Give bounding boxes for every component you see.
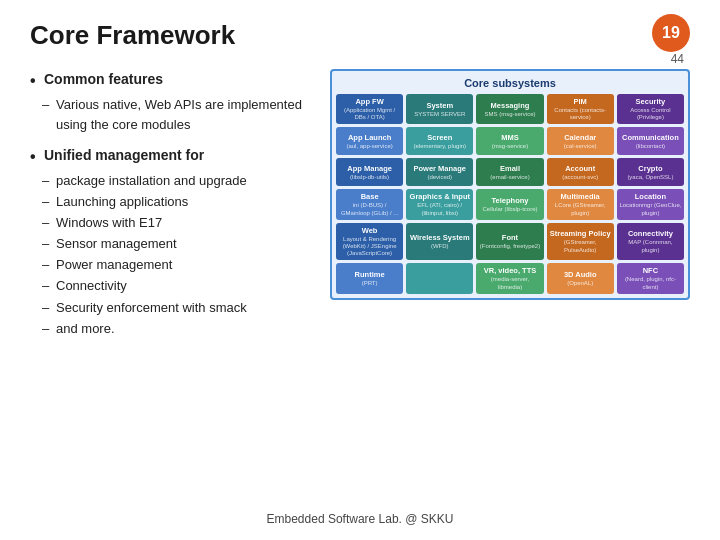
cell-sublabel: (PRT) [362,280,378,287]
cell-label: Base [361,192,379,201]
slide-number: 19 [662,24,680,42]
diagram-cell: Graphics & InputEFL (ATI, cairo) / (libi… [406,189,473,219]
cell-sublabel: (email-service) [490,174,529,181]
diagram-cell: 3D Audio(OpenAL) [547,263,614,293]
diagram-cell: Communication(libcontact) [617,127,684,155]
diagram-cell: App Manage(libslp-db-utils) [336,158,403,186]
bullet2-item: Sensor management [42,234,310,254]
cell-label: App FW [355,97,383,106]
diagram-cell: SystemSYSTEM SERVER [406,94,473,124]
cell-sublabel: (WFD) [431,243,449,250]
slide-number-badge: 19 [652,14,690,52]
cell-sublabel: (elementary, plugin) [413,143,466,150]
cell-sublabel: (OpenAL) [567,280,593,287]
bullet2-item: Windows with E17 [42,213,310,233]
cell-sublabel: (libcontact) [636,143,665,150]
footer-text: Embedded Software Lab. @ SKKU [267,512,454,526]
diagram-cell: Runtime(PRT) [336,263,403,293]
bullet2-item: and more. [42,319,310,339]
footer: Embedded Software Lab. @ SKKU [0,512,720,526]
cell-sublabel: ini (D-BUS) / GMainloop (GLib) / ... [338,202,401,216]
bullet2-item: Connectivity [42,276,310,296]
cell-sublabel: (media-server, libmedia) [478,276,541,290]
diagram-cell: Calendar(cal-service) [547,127,614,155]
bullet2-item: package installation and upgrade [42,171,310,191]
diagram-cell: Power Manage(deviced) [406,158,473,186]
diagram-cell: TelephonyCellular (libslp-tcore) [476,189,543,219]
page-title: Core Framework [30,20,235,51]
cell-sublabel: Access Control (Privilege) [619,107,682,121]
diagram-cell: App FW(Application Mgmt / DBs / OTA) [336,94,403,124]
cell-label: Crypto [638,164,662,173]
cell-sublabel: (aul, app-service) [346,143,392,150]
cell-sublabel: (yaca, OpenSSL) [627,174,673,181]
cell-label: Wireless System [410,233,470,242]
diagram-cell [406,263,473,293]
cell-label: Location [635,192,666,201]
diagram-cell: PIMContacts (contacts-service) [547,94,614,124]
cell-sublabel: (libslp-db-utils) [350,174,389,181]
cell-label: Multimedia [561,192,600,201]
cell-sublabel: Layout & Rendering (WebKit) / JSEngine (… [338,236,401,258]
cell-label: Account [565,164,595,173]
diagram-cell: WebLayout & Rendering (WebKit) / JSEngin… [336,223,403,261]
cell-sublabel: (Neard, plugin, nfc-client) [619,276,682,290]
cell-sublabel: (deviced) [427,174,452,181]
header: Core Framework [30,20,690,51]
cell-label: Web [362,226,378,235]
cell-label: Security [636,97,666,106]
cell-label: MMS [501,133,519,142]
diagram-box: Core subsystems App FW(Application Mgmt … [330,69,690,300]
bullet1-sub-list: Various native, Web APIs are implemented… [30,95,310,135]
diagram-cell: NFC(Neard, plugin, nfc-client) [617,263,684,293]
bullet2-item: Power management [42,255,310,275]
bullet2-item: Launching applications [42,192,310,212]
cell-label: NFC [643,266,658,275]
diagram-cell: Wireless System(WFD) [406,223,473,261]
cell-label: Screen [427,133,452,142]
diagram-cell: App Launch(aul, app-service) [336,127,403,155]
cell-label: System [426,101,453,110]
cell-label: Calendar [564,133,596,142]
cell-sublabel: (GStreamer, PulseAudio) [549,239,612,253]
slide-number-sub: 44 [671,52,684,66]
cell-label: Email [500,164,520,173]
cell-label: Messaging [491,101,530,110]
cell-label: Font [502,233,518,242]
cell-sublabel: Contacts (contacts-service) [549,107,612,121]
diagram-cell: MessagingSMS (msg-service) [476,94,543,124]
diagram-cell: ConnectivityMAP (Connman, plugin) [617,223,684,261]
bullet2-list: package installation and upgradeLaunchin… [30,171,310,339]
cell-label: Communication [622,133,679,142]
cell-sublabel: Locationmgr (GeoClue, plugin) [619,202,682,216]
diagram-cell: LocationLocationmgr (GeoClue, plugin) [617,189,684,219]
diagram-cell: SecurityAccess Control (Privilege) [617,94,684,124]
cell-sublabel: (Fontconfig, freetype2) [480,243,540,250]
diagram-cell: MultimediaLCore (GStreamer, plugin) [547,189,614,219]
cell-sublabel: (msg-service) [492,143,528,150]
diagram-cell: Email(email-service) [476,158,543,186]
cell-label: Power Manage [414,164,467,173]
cell-sublabel: Cellular (libslp-tcore) [482,206,537,213]
cell-label: App Manage [347,164,392,173]
diagram-cell: VR, video, TTS(media-server, libmedia) [476,263,543,293]
cell-sublabel: SYSTEM SERVER [414,111,465,118]
diagram-cell: Baseini (D-BUS) / GMainloop (GLib) / ... [336,189,403,219]
diagram-cell: Account(account-svc) [547,158,614,186]
diagram-cell: Crypto(yaca, OpenSSL) [617,158,684,186]
cell-label: Telephony [492,196,529,205]
cell-label: VR, video, TTS [484,266,537,275]
diagram-cell: Streaming Policy(GStreamer, PulseAudio) [547,223,614,261]
bullet1: Common features [30,69,310,91]
cell-sublabel: (cal-service) [564,143,597,150]
text-column: Common features Various native, Web APIs… [30,69,310,349]
diagram-cell: Font(Fontconfig, freetype2) [476,223,543,261]
cell-label: Runtime [355,270,385,279]
cell-sublabel: (Application Mgmt / DBs / OTA) [338,107,401,121]
diagram-grid: App FW(Application Mgmt / DBs / OTA)Syst… [336,94,684,294]
slide-container: 19 44 Core Framework Common features Var… [0,0,720,540]
bullet2: Unified management for [30,145,310,167]
cell-sublabel: MAP (Connman, plugin) [619,239,682,253]
cell-label: Connectivity [628,229,673,238]
diagram-cell: MMS(msg-service) [476,127,543,155]
